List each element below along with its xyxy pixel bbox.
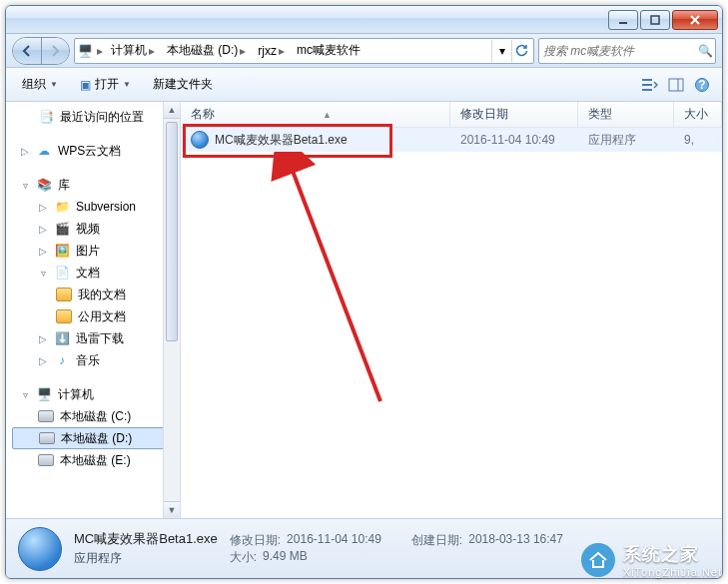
folder-icon: [56, 288, 72, 301]
search-icon: 🔍: [698, 44, 713, 58]
address-bar[interactable]: 🖥️ ▸ 计算机▸ 本地磁盘 (D:)▸ rjxz▸ mc喊麦软件 ▾: [74, 38, 534, 64]
titlebar: [6, 6, 722, 34]
explorer-window: 🖥️ ▸ 计算机▸ 本地磁盘 (D:)▸ rjxz▸ mc喊麦软件 ▾ 🔍 组织…: [5, 5, 723, 579]
expand-icon[interactable]: ▷: [20, 146, 30, 157]
download-icon: ⬇️: [54, 330, 70, 346]
watermark-logo-icon: [581, 543, 615, 577]
exe-icon: [191, 131, 209, 149]
address-row: 🖥️ ▸ 计算机▸ 本地磁盘 (D:)▸ rjxz▸ mc喊麦软件 ▾ 🔍: [6, 34, 722, 68]
details-filetype: 应用程序: [74, 550, 218, 567]
sidebar-item-wps[interactable]: ▷☁WPS云文档: [12, 140, 180, 162]
forward-button[interactable]: [41, 38, 70, 64]
navigation-pane: 📑最近访问的位置 ▷☁WPS云文档 ▿📚库 ▷📁Subversion ▷🎬视频 …: [6, 102, 181, 518]
sidebar-item-disk-e[interactable]: 本地磁盘 (E:): [12, 449, 180, 471]
sidebar-item-disk-c[interactable]: 本地磁盘 (C:): [12, 405, 180, 427]
svg-rect-4: [642, 79, 652, 81]
sidebar-item-video[interactable]: ▷🎬视频: [12, 218, 180, 240]
svg-line-11: [291, 166, 380, 401]
svg-rect-7: [669, 79, 683, 91]
history-dropdown-button[interactable]: ▾: [491, 40, 511, 62]
column-type[interactable]: 类型: [578, 102, 674, 127]
window-buttons: [608, 10, 718, 30]
details-mod-val: 2016-11-04 10:49: [287, 532, 381, 549]
body-area: 📑最近访问的位置 ▷☁WPS云文档 ▿📚库 ▷📁Subversion ▷🎬视频 …: [6, 102, 722, 518]
disk-icon: [38, 410, 54, 422]
close-button[interactable]: [672, 10, 718, 30]
toolbar: 组织▼ ▣打开▼ 新建文件夹 ?: [6, 68, 722, 102]
search-input[interactable]: [543, 44, 694, 58]
library-icon: 📚: [36, 177, 52, 193]
back-button[interactable]: [13, 38, 41, 64]
sidebar-item-xunlei[interactable]: ▷⬇️迅雷下载: [12, 327, 180, 349]
sidebar-scrollbar[interactable]: ▲ ▼: [163, 102, 180, 518]
watermark-text: 系统之家: [623, 544, 699, 564]
file-row[interactable]: MC喊麦效果器Beta1.exe 2016-11-04 10:49 应用程序 9…: [181, 128, 722, 152]
scroll-thumb[interactable]: [166, 122, 178, 341]
scroll-up-button[interactable]: ▲: [164, 102, 180, 119]
scroll-down-button[interactable]: ▼: [164, 501, 180, 518]
disk-icon: [39, 432, 55, 444]
nav-buttons: [12, 37, 70, 65]
computer-icon: 🖥️: [36, 386, 52, 402]
file-type: 应用程序: [578, 132, 674, 149]
breadcrumb[interactable]: mc喊麦软件: [293, 40, 364, 62]
column-headers: 名称▲ 修改日期 类型 大小: [181, 102, 722, 128]
new-folder-button[interactable]: 新建文件夹: [145, 72, 221, 97]
open-button[interactable]: ▣打开▼: [72, 72, 139, 97]
details-size-val: 9.49 MB: [263, 549, 308, 566]
folder-icon: [56, 309, 72, 323]
video-icon: 🎬: [54, 221, 70, 237]
file-size: 9,: [674, 133, 722, 147]
breadcrumb[interactable]: rjxz▸: [254, 40, 289, 62]
minimize-button[interactable]: [608, 10, 638, 30]
sidebar-item-pubdoc[interactable]: 公用文档: [12, 305, 180, 327]
svg-rect-5: [642, 84, 652, 86]
chevron-right-icon: ▸: [97, 44, 103, 58]
sidebar-item-picture[interactable]: ▷🖼️图片: [12, 240, 180, 262]
file-type-icon: [18, 527, 62, 571]
sidebar-item-mydoc[interactable]: 我的文档: [12, 284, 180, 305]
watermark: 系统之家 XiTongZhiJia.Net: [581, 542, 722, 578]
sidebar-item-computer[interactable]: ▿🖥️计算机: [12, 383, 180, 405]
organize-button[interactable]: 组织▼: [14, 72, 66, 97]
recent-icon: 📑: [38, 109, 54, 125]
preview-pane-button[interactable]: [664, 73, 688, 97]
details-size-label: 大小:: [230, 549, 257, 566]
sidebar-item-music[interactable]: ▷♪音乐: [12, 349, 180, 371]
details-mod-label: 修改日期:: [230, 532, 281, 549]
folder-icon: 📁: [54, 199, 70, 215]
svg-rect-6: [642, 89, 652, 91]
sidebar-item-library[interactable]: ▿📚库: [12, 174, 180, 196]
picture-icon: 🖼️: [54, 243, 70, 259]
details-filename: MC喊麦效果器Beta1.exe: [74, 530, 218, 548]
breadcrumb[interactable]: 计算机▸: [107, 40, 159, 62]
annotation-arrow: [271, 152, 400, 411]
file-date: 2016-11-04 10:49: [450, 133, 578, 147]
view-options-button[interactable]: [638, 73, 662, 97]
search-box[interactable]: 🔍: [538, 38, 716, 64]
svg-text:?: ?: [698, 78, 705, 92]
maximize-button[interactable]: [640, 10, 670, 30]
help-button[interactable]: ?: [690, 73, 714, 97]
music-icon: ♪: [54, 352, 70, 368]
sidebar-item-recent[interactable]: 📑最近访问的位置: [12, 106, 180, 128]
sidebar-item-doc[interactable]: ▿📄文档: [12, 262, 180, 284]
column-size[interactable]: 大小: [674, 102, 722, 127]
sidebar-item-disk-d[interactable]: 本地磁盘 (D:): [12, 427, 180, 449]
watermark-url: XiTongZhiJia.Net: [623, 566, 722, 578]
collapse-icon[interactable]: ▿: [20, 180, 30, 191]
details-create-val: 2018-03-13 16:47: [468, 532, 563, 549]
sidebar-item-subversion[interactable]: ▷📁Subversion: [12, 196, 180, 218]
file-name: MC喊麦效果器Beta1.exe: [215, 132, 348, 149]
svg-rect-1: [651, 16, 659, 24]
refresh-button[interactable]: [511, 40, 531, 62]
cloud-icon: ☁: [36, 143, 52, 159]
computer-icon: 🖥️: [77, 43, 93, 59]
column-date[interactable]: 修改日期: [450, 102, 578, 127]
column-name[interactable]: 名称▲: [181, 102, 450, 127]
disk-icon: [38, 454, 54, 466]
document-icon: 📄: [54, 265, 70, 281]
breadcrumb[interactable]: 本地磁盘 (D:)▸: [163, 40, 250, 62]
file-list-pane: 名称▲ 修改日期 类型 大小 MC喊麦效果器Beta1.exe 2016-11-…: [181, 102, 722, 518]
details-create-label: 创建日期:: [411, 532, 462, 549]
